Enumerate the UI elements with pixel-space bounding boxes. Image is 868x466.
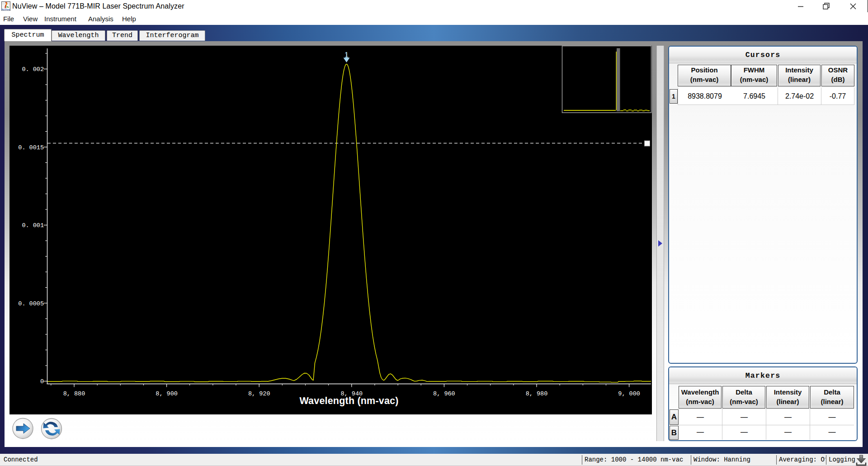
svg-text:8, 920: 8, 920 xyxy=(248,390,270,397)
svg-text:8, 900: 8, 900 xyxy=(156,390,178,397)
svg-text:0. 0005: 0. 0005 xyxy=(18,300,44,307)
svg-text:0. 002: 0. 002 xyxy=(22,66,44,73)
svg-text:NuView: NuView xyxy=(1,8,10,11)
svg-text:8, 980: 8, 980 xyxy=(526,390,548,397)
svg-text:0. 001: 0. 001 xyxy=(22,222,44,229)
svg-text:8, 880: 8, 880 xyxy=(63,390,85,397)
svg-text:8, 960: 8, 960 xyxy=(433,390,455,397)
svg-text:9, 000: 9, 000 xyxy=(618,390,640,397)
svg-text:0: 0 xyxy=(40,378,44,385)
svg-text:0. 0015: 0. 0015 xyxy=(18,144,44,151)
